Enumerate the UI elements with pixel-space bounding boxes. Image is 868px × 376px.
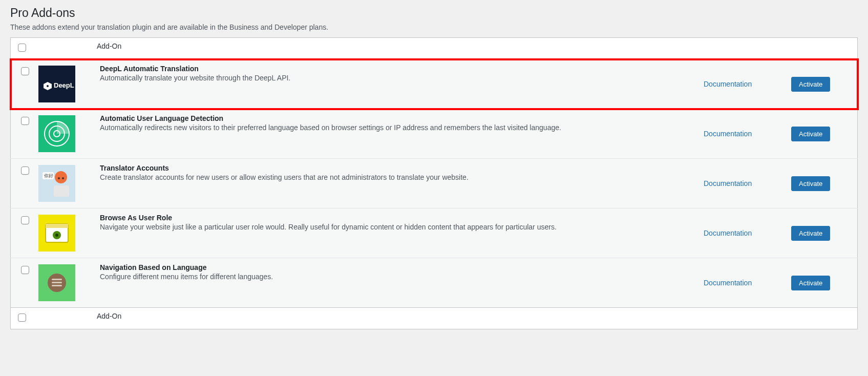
select-all-checkbox-top[interactable] xyxy=(18,44,26,52)
table-row: 你好Translator AccountsCreate translator a… xyxy=(11,159,858,208)
table-row: DeepLDeepL Automatic TranslationAutomati… xyxy=(11,59,858,109)
addon-description: Configure different menu items for diffe… xyxy=(100,273,698,281)
svg-point-9 xyxy=(55,171,67,183)
row-text-cell: DeepL Automatic TranslationAutomatically… xyxy=(92,59,703,109)
radar-icon xyxy=(38,115,75,152)
addon-description: Automatically translate your website thr… xyxy=(100,74,698,82)
svg-rect-17 xyxy=(46,224,68,228)
svg-rect-10 xyxy=(54,185,69,197)
footer-doc-cell xyxy=(703,308,791,329)
row-checkbox[interactable] xyxy=(21,266,29,274)
addon-title: Navigation Based on Language xyxy=(100,263,698,271)
row-action-cell: Activate xyxy=(791,59,858,109)
row-doc-cell: Documentation xyxy=(703,59,791,109)
eye-icon xyxy=(38,215,75,252)
table-row: Automatic User Language DetectionAutomat… xyxy=(11,109,858,159)
svg-rect-24 xyxy=(52,285,62,286)
addons-section: Pro Add-ons These addons extend your tra… xyxy=(0,6,868,350)
header-checkbox-cell xyxy=(11,38,39,59)
addon-title: Translator Accounts xyxy=(100,164,698,172)
row-icon-cell xyxy=(38,208,92,258)
documentation-link[interactable]: Documentation xyxy=(704,80,752,88)
footer-checkbox-cell xyxy=(11,308,39,329)
row-checkbox[interactable] xyxy=(21,67,29,75)
activate-button[interactable]: Activate xyxy=(791,127,830,141)
row-icon-cell: 你好 xyxy=(38,159,92,208)
row-action-cell: Activate xyxy=(791,208,858,258)
row-icon-cell: DeepL xyxy=(38,59,92,109)
translator-person-icon: 你好 xyxy=(38,165,75,202)
row-checkbox-cell xyxy=(11,159,39,208)
header-doc-cell xyxy=(703,38,791,59)
header-action-cell xyxy=(791,38,858,59)
row-doc-cell: Documentation xyxy=(703,258,791,308)
footer-action-cell xyxy=(791,308,858,329)
activate-button[interactable]: Activate xyxy=(791,77,830,92)
row-text-cell: Navigation Based on LanguageConfigure di… xyxy=(92,258,703,308)
footer-icon-cell xyxy=(38,308,92,329)
activate-button[interactable]: Activate xyxy=(791,226,830,241)
svg-text:你好: 你好 xyxy=(44,173,53,178)
svg-text:DeepL: DeepL xyxy=(54,81,74,89)
row-checkbox-cell xyxy=(11,109,39,159)
row-icon-cell xyxy=(38,109,92,159)
section-title: Pro Add-ons xyxy=(10,6,858,20)
header-icon-cell xyxy=(38,38,92,59)
row-checkbox-cell xyxy=(11,208,39,258)
svg-rect-23 xyxy=(52,282,62,283)
row-text-cell: Browse As User RoleNavigate your website… xyxy=(92,208,703,258)
documentation-link[interactable]: Documentation xyxy=(704,130,752,138)
deepl-icon: DeepL xyxy=(38,66,75,102)
activate-button[interactable]: Activate xyxy=(791,276,830,290)
svg-rect-22 xyxy=(52,279,62,280)
addon-description: Navigate your website just like a partic… xyxy=(100,223,698,231)
documentation-link[interactable]: Documentation xyxy=(704,229,752,237)
section-description: These addons extend your translation plu… xyxy=(10,23,858,31)
row-action-cell: Activate xyxy=(791,159,858,208)
table-row: Navigation Based on LanguageConfigure di… xyxy=(11,258,858,308)
row-checkbox-cell xyxy=(11,59,39,109)
menu-icon xyxy=(38,264,75,301)
svg-point-19 xyxy=(55,234,58,237)
addon-title: Browse As User Role xyxy=(100,214,698,222)
documentation-link[interactable]: Documentation xyxy=(704,179,752,187)
footer-addon-label: Add-On xyxy=(92,308,703,329)
row-action-cell: Activate xyxy=(791,258,858,308)
addon-title: Automatic User Language Detection xyxy=(100,114,698,122)
row-checkbox-cell xyxy=(11,258,39,308)
row-text-cell: Translator AccountsCreate translator acc… xyxy=(92,159,703,208)
addon-description: Automatically redirects new visitors to … xyxy=(100,123,698,132)
row-icon-cell xyxy=(38,258,92,308)
table-row: Browse As User RoleNavigate your website… xyxy=(11,208,858,258)
row-text-cell: Automatic User Language DetectionAutomat… xyxy=(92,109,703,159)
row-doc-cell: Documentation xyxy=(703,159,791,208)
row-checkbox[interactable] xyxy=(21,166,29,175)
addon-description: Create translator accounts for new users… xyxy=(100,173,698,181)
header-addon-label: Add-On xyxy=(92,38,703,59)
svg-point-12 xyxy=(62,177,64,179)
row-action-cell: Activate xyxy=(791,109,858,159)
svg-point-11 xyxy=(58,177,60,179)
row-checkbox[interactable] xyxy=(21,117,29,125)
addon-title: DeepL Automatic Translation xyxy=(100,65,698,73)
addons-table: Add-On DeepLDeepL Automatic TranslationA… xyxy=(10,37,858,329)
activate-button[interactable]: Activate xyxy=(791,176,830,191)
row-doc-cell: Documentation xyxy=(703,109,791,159)
documentation-link[interactable]: Documentation xyxy=(704,279,752,287)
svg-point-2 xyxy=(47,85,49,87)
row-checkbox[interactable] xyxy=(21,216,29,224)
row-doc-cell: Documentation xyxy=(703,208,791,258)
select-all-checkbox-bottom[interactable] xyxy=(18,314,26,322)
